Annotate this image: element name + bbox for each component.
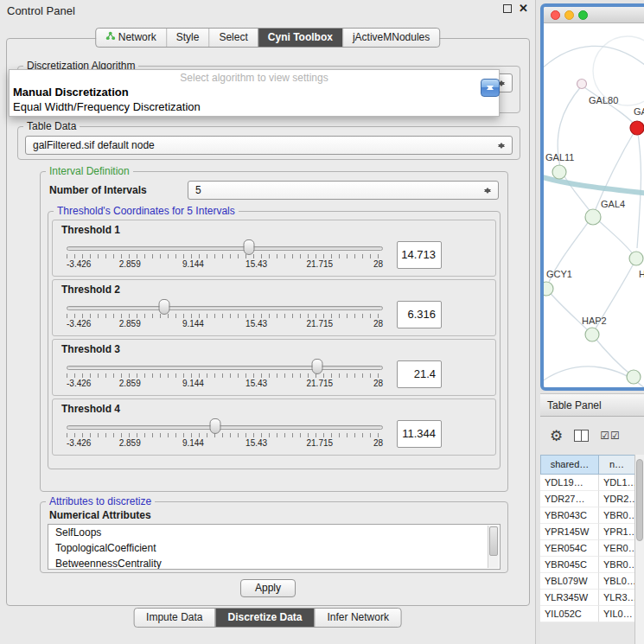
table-row[interactable]: YDL19… YDL1… bbox=[540, 475, 635, 491]
combo-arrows-icon bbox=[497, 139, 506, 152]
column-header-name[interactable]: n… bbox=[599, 455, 635, 475]
table-row[interactable]: YLR345W YLR3… bbox=[540, 590, 635, 606]
network-canvas[interactable]: GAL80 GA GAL11 GAL4 GCY1 H HAP2 bbox=[544, 23, 644, 387]
network-node[interactable] bbox=[627, 370, 641, 384]
list-item[interactable]: BetweennessCentrality bbox=[48, 556, 500, 570]
select-columns-icon[interactable]: ☑☑ bbox=[600, 430, 621, 442]
table-row[interactable]: YBL079W YBL0… bbox=[540, 573, 635, 590]
thresholds-group: Threshold's Coordinates for 5 Intervals … bbox=[48, 205, 501, 469]
gear-icon[interactable]: ⚙ bbox=[550, 429, 563, 443]
table-row[interactable]: YBR045C YBR0… bbox=[540, 557, 635, 573]
table-scrollbar[interactable] bbox=[634, 455, 644, 644]
table-cell[interactable]: YDR2… bbox=[599, 491, 635, 507]
scale-label: 15.43 bbox=[245, 259, 267, 269]
table-row[interactable]: YBR043C YBR0… bbox=[540, 507, 635, 524]
columns-icon[interactable] bbox=[574, 430, 589, 442]
scale-label: 9.144 bbox=[182, 438, 204, 448]
table-cell[interactable]: YBR043C bbox=[540, 507, 599, 524]
table-cell[interactable]: YBR045C bbox=[540, 557, 599, 573]
slider-ticks bbox=[67, 314, 383, 318]
zoom-button[interactable] bbox=[578, 10, 588, 20]
table-cell[interactable]: YER054C bbox=[540, 540, 599, 557]
interval-definition-legend: Interval Definition bbox=[46, 165, 133, 177]
threshold-3-slider[interactable]: -3.426 2.859 9.144 15.43 21.715 28 bbox=[65, 355, 385, 393]
table-cell[interactable]: YBL0… bbox=[599, 573, 635, 590]
table-row[interactable]: YER054C YER0… bbox=[540, 540, 635, 557]
table-cell[interactable]: YDL1… bbox=[599, 475, 635, 491]
float-window-icon[interactable] bbox=[503, 4, 512, 13]
slider-scale: -3.426 2.859 9.144 15.43 21.715 28 bbox=[67, 319, 383, 330]
algorithm-combo-dropdown-button[interactable] bbox=[481, 79, 500, 97]
table-row[interactable]: YPR145W YPR1… bbox=[540, 524, 635, 540]
threshold-4-slider-thumb[interactable] bbox=[209, 418, 220, 434]
table-panel: ⚙ ☑☑ shared… n… YDL19… YDL1… YDR27… YDR2… bbox=[540, 417, 644, 644]
list-item[interactable]: SelfLoops bbox=[48, 525, 500, 540]
threshold-4-slider[interactable]: -3.426 2.859 9.144 15.43 21.715 28 bbox=[65, 415, 385, 453]
threshold-2-slider[interactable]: -3.426 2.859 9.144 15.43 21.715 28 bbox=[65, 296, 385, 334]
minimize-button[interactable] bbox=[564, 10, 574, 20]
algorithm-option-manual[interactable]: Manual Discretization bbox=[10, 85, 499, 99]
network-node-selected[interactable] bbox=[630, 121, 644, 135]
threshold-4-value-field[interactable]: 11.344 bbox=[397, 420, 442, 448]
table-data-combo[interactable]: galFiltered.sif default node bbox=[25, 136, 513, 155]
tab-network[interactable]: Network bbox=[96, 29, 166, 47]
column-header-shared-name[interactable]: shared… bbox=[540, 455, 599, 475]
tab-discretize-data[interactable]: Discretize Data bbox=[214, 609, 314, 627]
threshold-1-value-field[interactable]: 14.713 bbox=[397, 241, 442, 269]
table-cell[interactable]: YIL0… bbox=[599, 606, 635, 622]
network-node[interactable] bbox=[552, 165, 566, 179]
number-of-intervals-combo[interactable]: 5 bbox=[188, 181, 499, 200]
table-row[interactable]: YDR27… YDR2… bbox=[540, 491, 635, 507]
slider-track[interactable] bbox=[67, 366, 383, 370]
table-scrollbar-thumb[interactable] bbox=[636, 459, 643, 541]
table-cell[interactable]: YPR145W bbox=[540, 524, 599, 540]
tab-cyni-toolbox[interactable]: Cyni Toolbox bbox=[258, 29, 342, 47]
node-label: GA bbox=[634, 106, 644, 117]
tab-jactivemodules[interactable]: jActiveMNodules bbox=[342, 29, 439, 47]
tab-style[interactable]: Style bbox=[166, 29, 209, 47]
scale-label: 2.859 bbox=[119, 259, 141, 269]
slider-track[interactable] bbox=[67, 306, 383, 310]
network-node[interactable] bbox=[629, 252, 643, 265]
scale-label: 9.144 bbox=[182, 319, 204, 328]
tab-select[interactable]: Select bbox=[208, 29, 257, 47]
network-node[interactable] bbox=[585, 209, 601, 225]
table-cell[interactable]: YDL19… bbox=[540, 475, 599, 491]
table-cell[interactable]: YLR3… bbox=[599, 590, 635, 606]
table-cell[interactable]: YLR345W bbox=[540, 590, 599, 606]
control-panel-title: Control Panel bbox=[7, 4, 75, 17]
table-cell[interactable]: YIL052C bbox=[540, 606, 599, 622]
table-cell[interactable]: YDR27… bbox=[540, 491, 599, 507]
apply-button[interactable]: Apply bbox=[240, 579, 296, 597]
table-row[interactable]: YIL052C YIL0… bbox=[540, 606, 635, 622]
table-cell[interactable]: YER0… bbox=[599, 540, 635, 557]
list-scrollbar-thumb[interactable] bbox=[489, 526, 498, 556]
close-button[interactable] bbox=[551, 10, 560, 20]
threshold-1-slider-thumb[interactable] bbox=[244, 239, 255, 255]
algorithm-option-equal-width[interactable]: Equal Width/Frequency Discretization bbox=[10, 99, 499, 114]
network-node[interactable] bbox=[577, 80, 587, 89]
tab-infer-network[interactable]: Infer Network bbox=[315, 609, 401, 627]
table-cell[interactable]: YBL079W bbox=[540, 573, 599, 590]
threshold-2-value-field[interactable]: 6.316 bbox=[397, 301, 442, 328]
threshold-2-slider-thumb[interactable] bbox=[158, 299, 169, 315]
list-scrollbar[interactable] bbox=[488, 526, 499, 568]
cyni-bottom-tabs: Impute Data Discretize Data Infer Networ… bbox=[133, 608, 402, 628]
interval-definition-group: Interval Definition Number of Intervals … bbox=[40, 165, 508, 492]
slider-track[interactable] bbox=[67, 425, 383, 430]
threshold-3-value-field[interactable]: 21.4 bbox=[397, 360, 442, 388]
tab-label: Network bbox=[118, 29, 156, 47]
list-item[interactable]: TopologicalCoefficient bbox=[48, 540, 500, 556]
tab-impute-data[interactable]: Impute Data bbox=[134, 609, 214, 627]
network-icon bbox=[105, 29, 115, 47]
close-icon[interactable]: ✕ bbox=[519, 3, 528, 14]
slider-track[interactable] bbox=[67, 246, 383, 251]
table-cell[interactable]: YPR1… bbox=[599, 524, 635, 540]
threshold-3-slider-thumb[interactable] bbox=[312, 359, 323, 374]
table-cell[interactable]: YBR0… bbox=[599, 557, 635, 573]
table-panel-titlebar: Table Panel bbox=[540, 393, 644, 417]
threshold-1-slider[interactable]: -3.426 2.859 9.144 15.43 21.715 28 bbox=[65, 236, 385, 274]
table-cell[interactable]: YBR0… bbox=[599, 507, 635, 524]
network-node[interactable] bbox=[585, 328, 599, 341]
network-node[interactable] bbox=[544, 282, 553, 296]
